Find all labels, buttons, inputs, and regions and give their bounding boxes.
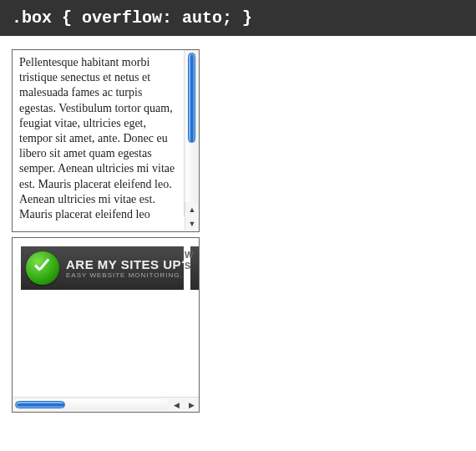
checkmark-icon — [26, 251, 59, 285]
arrow-up-icon[interactable]: ▲ — [189, 205, 196, 214]
clipped-tile: W S — [184, 246, 190, 290]
banner-subtitle: EASY WEBSITE MONITORING. — [66, 271, 190, 279]
css-rule: .box { overflow: auto; } — [12, 8, 252, 28]
code-header: .box { overflow: auto; } — [0, 0, 476, 36]
arrow-left-icon[interactable]: ◀ — [174, 401, 180, 409]
banner-title: ARE MY SITES UP? — [66, 257, 190, 271]
scrollbar-track[interactable] — [13, 399, 169, 410]
site-banner: ARE MY SITES UP? EASY WEBSITE MONITORING… — [21, 246, 199, 290]
horizontal-scrollbar[interactable]: ◀ ▶ — [13, 397, 199, 412]
scrollbar-thumb[interactable] — [15, 401, 65, 408]
arrow-down-icon[interactable]: ▼ — [189, 220, 196, 228]
banner-container: ARE MY SITES UP? EASY WEBSITE MONITORING… — [13, 238, 199, 397]
text-overflow-box: Pellentesque habitant morbi tristique se… — [12, 49, 200, 232]
scrollbar-track[interactable] — [186, 51, 197, 216]
banner-text: ARE MY SITES UP? EASY WEBSITE MONITORING… — [66, 257, 190, 279]
image-overflow-box: ARE MY SITES UP? EASY WEBSITE MONITORING… — [12, 237, 200, 413]
lorem-text: Pellentesque habitant morbi tristique se… — [13, 50, 184, 231]
arrow-right-icon[interactable]: ▶ — [189, 401, 195, 409]
scrollbar-arrows[interactable]: ◀ ▶ — [169, 398, 199, 412]
scrollbar-thumb[interactable] — [188, 53, 195, 143]
vertical-scrollbar[interactable]: ▲ ▼ — [184, 50, 199, 216]
demo-boxes: Pellentesque habitant morbi tristique se… — [12, 49, 200, 413]
scrollbar-arrows[interactable]: ▲ ▼ — [185, 202, 199, 231]
content-area: Pellentesque habitant morbi tristique se… — [0, 36, 476, 63]
